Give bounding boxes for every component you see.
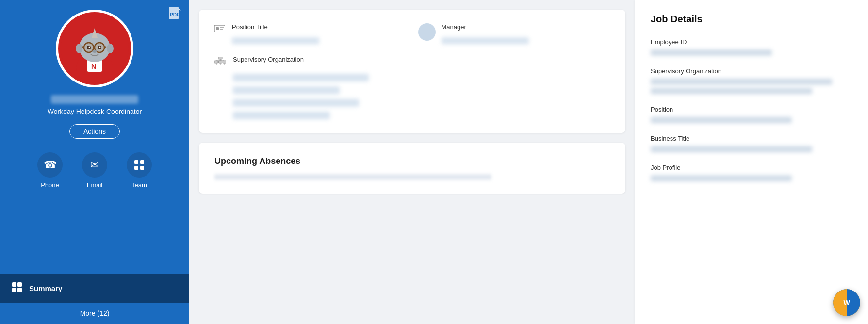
manager-field: Manager: [418, 23, 610, 44]
svg-rect-29: [17, 282, 22, 287]
position-detail-value: [651, 117, 792, 123]
phone-contact[interactable]: ☎ Phone: [37, 152, 63, 189]
manager-label: Manager: [442, 23, 529, 31]
svg-point-23: [92, 50, 97, 53]
svg-rect-30: [12, 288, 16, 292]
position-title-group: Position Title: [232, 23, 319, 44]
upcoming-absences-card: Upcoming Absences: [199, 143, 625, 194]
phone-label: Phone: [41, 181, 59, 189]
svg-rect-31: [17, 288, 22, 292]
business-title-field: Business Title: [651, 135, 852, 152]
svg-rect-26: [134, 166, 138, 170]
supervisory-org-detail-label: Supervisory Organization: [651, 67, 852, 75]
svg-text:N: N: [91, 63, 96, 70]
avatar: N: [56, 10, 133, 87]
svg-text:PDF: PDF: [170, 12, 180, 17]
svg-point-19: [99, 47, 101, 48]
workday-fab-inner: W: [833, 289, 860, 316]
supervisory-org-detail-value: [651, 79, 832, 85]
supervisory-org-field: Supervisory Organization: [214, 56, 610, 119]
team-label: Team: [131, 181, 147, 189]
phone-icon: ☎: [37, 152, 63, 178]
team-icon: [127, 152, 152, 178]
svg-rect-40: [219, 61, 222, 63]
svg-rect-33: [216, 27, 219, 30]
svg-rect-25: [140, 160, 144, 164]
workday-fab[interactable]: W: [833, 289, 860, 316]
supervisory-org-detail-value2: [651, 88, 812, 94]
business-title-label: Business Title: [651, 135, 852, 142]
employee-id-value: [651, 49, 772, 56]
org-value-blurs: [233, 74, 610, 119]
svg-rect-27: [140, 166, 144, 170]
supervisory-org-label: Supervisory Organization: [233, 56, 610, 63]
manager-avatar: [418, 23, 436, 41]
email-label: Email: [87, 181, 103, 189]
upcoming-absences-title: Upcoming Absences: [214, 156, 610, 166]
summary-icon: [12, 282, 22, 295]
svg-line-2: [179, 9, 180, 11]
position-detail-label: Position: [651, 106, 852, 113]
position-detail-field: Position: [651, 106, 852, 123]
absence-value: [214, 174, 491, 180]
position-title-field: Position Title: [214, 23, 407, 44]
email-icon: ✉: [82, 152, 107, 178]
job-info-card: Position Title Manager: [199, 10, 625, 133]
employee-id-label: Employee ID: [651, 38, 852, 46]
pdf-icon[interactable]: PDF: [168, 7, 181, 25]
employee-job-title: Workday Helpdesk Coordinator: [38, 108, 151, 115]
contact-icons: ☎ Phone ✉ Email Team: [37, 152, 152, 189]
nav-more[interactable]: More (12): [0, 303, 189, 324]
svg-rect-24: [134, 160, 138, 164]
supervisory-org-group: Supervisory Organization: [233, 56, 610, 119]
employee-id-field: Employee ID: [651, 38, 852, 56]
team-contact[interactable]: Team: [127, 152, 152, 189]
main-content: Position Title Manager: [189, 0, 635, 324]
svg-rect-28: [12, 282, 16, 287]
email-contact[interactable]: ✉ Email: [82, 152, 107, 189]
svg-rect-41: [223, 61, 226, 63]
nav-summary-label: Summary: [29, 284, 62, 292]
position-title-value: [232, 37, 319, 44]
manager-group: Manager: [442, 23, 529, 44]
job-profile-value: [651, 175, 792, 181]
manager-value: [442, 37, 529, 44]
position-title-label: Position Title: [232, 23, 319, 31]
svg-point-22: [107, 44, 114, 53]
nav-section: Summary More (12): [0, 274, 189, 324]
org-icon: [214, 57, 226, 69]
employee-name-blur: [51, 95, 138, 104]
svg-rect-36: [218, 57, 222, 59]
job-profile-label: Job Profile: [651, 164, 852, 171]
right-panel: Job Details Employee ID Supervisory Orga…: [635, 0, 868, 324]
sidebar: PDF N: [0, 0, 189, 324]
svg-rect-39: [214, 61, 218, 63]
svg-point-21: [76, 44, 82, 53]
nav-summary[interactable]: Summary: [0, 274, 189, 303]
actions-button[interactable]: Actions: [69, 124, 120, 139]
position-icon: [214, 24, 225, 35]
supervisory-org-detail-field: Supervisory Organization: [651, 67, 852, 94]
svg-point-18: [89, 47, 90, 48]
nav-more-label: More (12): [80, 309, 110, 317]
business-title-value: [651, 146, 812, 152]
job-profile-field: Job Profile: [651, 164, 852, 181]
job-details-title: Job Details: [651, 14, 852, 25]
